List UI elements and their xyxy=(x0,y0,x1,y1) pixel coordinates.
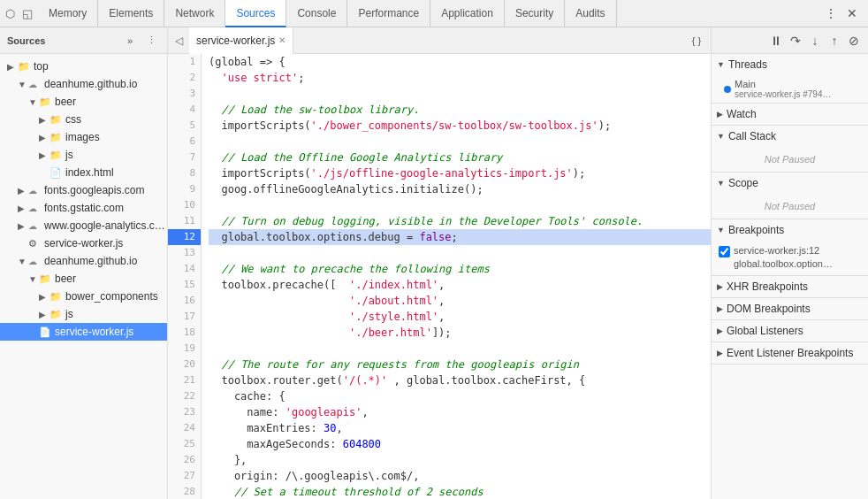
thread-main[interactable]: Main service-worker.js #794… xyxy=(712,77,868,101)
tree-item-bower[interactable]: ▶ 📁 bower_components xyxy=(0,288,167,305)
tree-item-index[interactable]: 📄 index.html xyxy=(0,164,167,181)
scope-header[interactable]: ▼ Scope xyxy=(712,173,868,194)
back-icon[interactable]: ⬡ xyxy=(5,7,15,20)
arrow-fonts-googleapis: ▶ xyxy=(18,186,28,196)
ln-2: 2 xyxy=(168,70,201,86)
callstack-header[interactable]: ▼ Call Stack xyxy=(712,126,868,147)
step-into-btn[interactable]: ↓ xyxy=(806,32,824,50)
ln-16: 16 xyxy=(168,293,201,309)
threads-header[interactable]: ▼ Threads xyxy=(712,54,868,75)
format-icon[interactable]: { } xyxy=(688,32,705,50)
tree-item-fonts-googleapis[interactable]: ▶ ☁ fonts.googleapis.com xyxy=(0,181,167,199)
tab-audits[interactable]: Audits xyxy=(565,0,616,27)
dom-breakpoints-section: ▶ DOM Breakpoints xyxy=(712,298,868,320)
close-icon[interactable]: ✕ xyxy=(843,4,861,22)
code-line-17: './style.html', xyxy=(209,309,711,325)
top-bar-right: ⋮ ✕ xyxy=(822,4,868,22)
thread-main-label: Main xyxy=(735,79,831,89)
folder-icon-top: 📁 xyxy=(18,61,32,73)
global-listeners-header[interactable]: ▶ Global Listeners xyxy=(712,320,868,342)
code-area[interactable]: 1 2 3 4 5 6 7 8 9 10 11 12 13 14 15 16 1… xyxy=(168,54,711,499)
watch-header[interactable]: ▶ Watch xyxy=(712,104,868,125)
tree-label-images: images xyxy=(65,131,100,143)
code-line-27: origin: /\.googleapis\.com$/, xyxy=(209,468,711,484)
dock-icon[interactable]: ◱ xyxy=(22,7,33,20)
arrow-js2: ▶ xyxy=(39,310,49,319)
tab-elements[interactable]: Elements xyxy=(98,0,164,27)
tree-item-deanhume2[interactable]: ▼ ☁ deanhume.github.io xyxy=(0,252,167,270)
breakpoints-arrow: ▼ xyxy=(717,226,725,234)
ln-9: 9 xyxy=(168,181,201,197)
tree-item-js[interactable]: ▶ 📁 js xyxy=(0,146,167,164)
tree-label-fonts-googleapis: fonts.googleapis.com xyxy=(44,184,144,196)
file-icon-sw-root: ⚙ xyxy=(28,238,42,250)
tree-label-top: top xyxy=(34,60,49,73)
new-tab-icon[interactable]: » xyxy=(121,32,139,50)
tab-sources[interactable]: Sources xyxy=(225,0,286,27)
breakpoint-item-1[interactable]: service-worker.js:12 global.toolbox.opti… xyxy=(712,242,868,273)
tab-security[interactable]: Security xyxy=(505,0,565,27)
tree-label-sw-selected: service-worker.js xyxy=(55,326,133,338)
sources-title: Sources xyxy=(7,35,45,46)
breakpoints-section: ▼ Breakpoints service-worker.js:12 globa… xyxy=(712,219,868,276)
tree-label-js2: js xyxy=(65,308,73,320)
tree-label-fonts-gstatic: fonts.gstatic.com xyxy=(44,202,124,214)
domain-icon-google-analytics: ☁ xyxy=(28,221,42,231)
callstack-content: Not Paused xyxy=(712,147,868,172)
tab-console[interactable]: Console xyxy=(286,0,347,27)
threads-arrow: ▼ xyxy=(717,60,725,69)
xhr-label: XHR Breakpoints xyxy=(727,280,808,293)
tab-prev-icon[interactable]: ◁ xyxy=(168,35,189,47)
tree-item-fonts-gstatic[interactable]: ▶ ☁ fonts.gstatic.com xyxy=(0,199,167,217)
file-tab-close[interactable]: ✕ xyxy=(278,35,286,45)
tab-memory[interactable]: Memory xyxy=(38,0,98,27)
tab-network[interactable]: Network xyxy=(164,0,225,27)
code-line-3 xyxy=(209,86,711,102)
breakpoints-content: service-worker.js:12 global.toolbox.opti… xyxy=(712,241,868,275)
tree-item-sw-root[interactable]: ⚙ service-worker.js xyxy=(0,234,167,252)
ln-5: 5 xyxy=(168,118,201,134)
more-options-icon[interactable]: ⋮ xyxy=(142,32,160,50)
tree-label-deanhume1: deanhume.github.io xyxy=(44,78,137,90)
callstack-not-paused: Not Paused xyxy=(712,149,868,170)
deactivate-btn[interactable]: ⊘ xyxy=(845,32,863,50)
tab-performance[interactable]: Performance xyxy=(347,0,430,27)
arrow-fonts-gstatic: ▶ xyxy=(18,203,28,213)
code-line-23: name: 'googleapis', xyxy=(209,404,711,420)
dom-breakpoints-header[interactable]: ▶ DOM Breakpoints xyxy=(712,298,868,319)
scope-not-paused: Not Paused xyxy=(712,196,868,217)
code-line-25: maxAgeSeconds: 604800 xyxy=(209,436,711,452)
code-line-28: // Set a timeout threshold of 2 seconds xyxy=(209,484,711,499)
tree-item-top[interactable]: ▶ 📁 top xyxy=(0,58,167,75)
arrow-images: ▶ xyxy=(39,133,49,142)
tree-item-images[interactable]: ▶ 📁 images xyxy=(0,128,167,146)
code-line-10 xyxy=(209,197,711,213)
xhr-breakpoints-header[interactable]: ▶ XHR Breakpoints xyxy=(712,276,868,297)
domain-icon-fonts-gstatic: ☁ xyxy=(28,203,42,213)
tree-item-beer[interactable]: ▼ 📁 beer xyxy=(0,93,167,111)
code-line-21: toolbox.router.get('/(.*)' , global.tool… xyxy=(209,372,711,388)
folder-icon-bower: 📁 xyxy=(49,291,64,303)
breakpoints-header[interactable]: ▼ Breakpoints xyxy=(712,219,868,241)
more-icon[interactable]: ⋮ xyxy=(822,4,840,22)
tab-application[interactable]: Application xyxy=(430,0,505,27)
tree-item-beer2[interactable]: ▼ 📁 beer xyxy=(0,270,167,288)
step-out-btn[interactable]: ↑ xyxy=(826,32,843,50)
file-tab-label: service-worker.js xyxy=(196,35,275,47)
tree-item-sw-selected[interactable]: 📄 service-worker.js xyxy=(0,323,167,341)
pause-btn[interactable]: ⏸ xyxy=(767,32,785,50)
tree-item-google-analytics[interactable]: ▶ ☁ www.google-analytics.c… xyxy=(0,217,167,234)
breakpoint-checkbox-1[interactable] xyxy=(719,246,730,257)
file-tab-sw[interactable]: service-worker.js ✕ xyxy=(189,27,293,54)
tree-item-deanhume1[interactable]: ▼ ☁ deanhume.github.io xyxy=(0,75,167,93)
tree-item-js2[interactable]: ▶ 📁 js xyxy=(0,305,167,323)
code-line-4: // Load the sw-toolbox library. xyxy=(209,102,711,118)
tree-item-css[interactable]: ▶ 📁 css xyxy=(0,111,167,128)
code-line-5: importScripts('./bower_components/sw-too… xyxy=(209,118,711,134)
watch-section: ▶ Watch xyxy=(712,104,868,126)
event-listener-header[interactable]: ▶ Event Listener Breakpoints xyxy=(712,342,868,364)
folder-icon-beer2: 📁 xyxy=(39,273,53,285)
watch-label: Watch xyxy=(727,108,757,120)
breakpoint-code-1: global.toolbox.option… xyxy=(734,257,833,271)
step-over-btn[interactable]: ↷ xyxy=(787,32,804,50)
